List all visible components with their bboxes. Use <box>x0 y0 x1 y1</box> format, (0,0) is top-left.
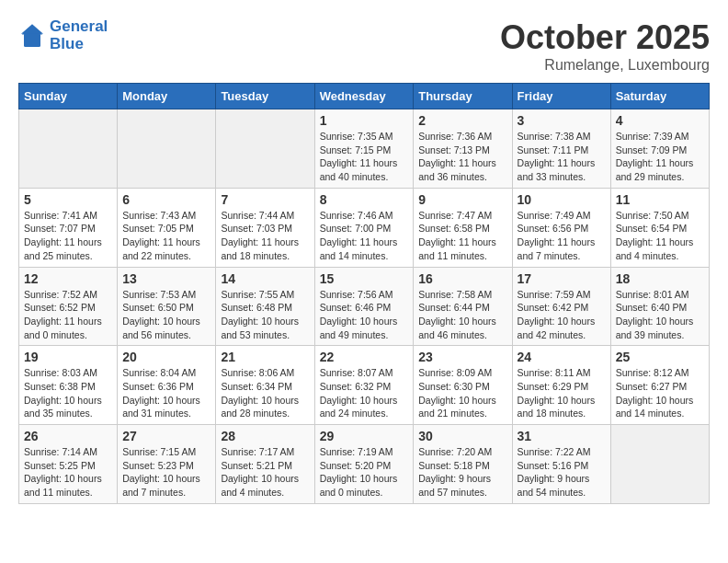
calendar-cell: 14Sunrise: 7:55 AM Sunset: 6:48 PM Dayli… <box>216 267 314 346</box>
calendar-cell: 5Sunrise: 7:41 AM Sunset: 7:07 PM Daylig… <box>19 188 118 267</box>
weekday-header: Wednesday <box>314 84 414 109</box>
calendar-cell: 25Sunrise: 8:12 AM Sunset: 6:27 PM Dayli… <box>610 346 709 425</box>
day-number: 5 <box>24 192 112 207</box>
day-info: Sunrise: 7:47 AM Sunset: 6:58 PM Dayligh… <box>418 209 506 263</box>
weekday-header: Saturday <box>610 84 709 109</box>
title-block: October 2025 Rumelange, Luxembourg <box>500 18 710 74</box>
calendar-cell <box>118 109 216 189</box>
calendar-cell: 8Sunrise: 7:46 AM Sunset: 7:00 PM Daylig… <box>314 188 414 267</box>
day-number: 16 <box>418 271 506 286</box>
calendar-cell: 27Sunrise: 7:15 AM Sunset: 5:23 PM Dayli… <box>118 425 216 504</box>
day-number: 10 <box>518 192 606 207</box>
day-number: 24 <box>518 350 606 364</box>
calendar-cell: 12Sunrise: 7:52 AM Sunset: 6:52 PM Dayli… <box>19 267 118 346</box>
calendar-cell <box>610 425 709 504</box>
calendar-week-row: 5Sunrise: 7:41 AM Sunset: 7:07 PM Daylig… <box>19 188 710 267</box>
calendar-cell: 21Sunrise: 8:06 AM Sunset: 6:34 PM Dayli… <box>216 346 314 425</box>
day-info: Sunrise: 7:52 AM Sunset: 6:52 PM Dayligh… <box>24 288 112 342</box>
day-number: 8 <box>320 192 409 207</box>
calendar-week-row: 19Sunrise: 8:03 AM Sunset: 6:38 PM Dayli… <box>19 346 710 425</box>
day-number: 30 <box>418 429 506 443</box>
calendar-title: October 2025 <box>500 18 710 57</box>
svg-rect-2 <box>24 33 40 47</box>
day-info: Sunrise: 7:55 AM Sunset: 6:48 PM Dayligh… <box>221 288 309 342</box>
day-number: 19 <box>24 350 112 364</box>
logo-icon <box>18 22 46 50</box>
calendar-cell: 13Sunrise: 7:53 AM Sunset: 6:50 PM Dayli… <box>118 267 216 346</box>
day-number: 28 <box>221 429 309 443</box>
day-info: Sunrise: 7:39 AM Sunset: 7:09 PM Dayligh… <box>616 130 704 184</box>
day-number: 14 <box>221 271 309 286</box>
calendar-cell: 15Sunrise: 7:56 AM Sunset: 6:46 PM Dayli… <box>314 267 414 346</box>
weekday-header: Monday <box>118 84 216 109</box>
calendar-header: SundayMondayTuesdayWednesdayThursdayFrid… <box>19 84 710 109</box>
calendar-cell: 17Sunrise: 7:59 AM Sunset: 6:42 PM Dayli… <box>512 267 610 346</box>
day-number: 22 <box>320 350 409 364</box>
calendar-cell: 20Sunrise: 8:04 AM Sunset: 6:36 PM Dayli… <box>118 346 216 425</box>
svg-marker-3 <box>21 24 43 34</box>
day-number: 26 <box>24 429 112 443</box>
day-info: Sunrise: 7:43 AM Sunset: 7:05 PM Dayligh… <box>122 209 210 263</box>
day-number: 12 <box>24 271 112 286</box>
calendar-cell: 3Sunrise: 7:38 AM Sunset: 7:11 PM Daylig… <box>512 109 610 189</box>
calendar-cell <box>19 109 118 189</box>
day-number: 6 <box>122 192 210 207</box>
calendar-week-row: 26Sunrise: 7:14 AM Sunset: 5:25 PM Dayli… <box>19 425 710 504</box>
calendar-cell: 28Sunrise: 7:17 AM Sunset: 5:21 PM Dayli… <box>216 425 314 504</box>
calendar-table: SundayMondayTuesdayWednesdayThursdayFrid… <box>18 83 710 504</box>
day-info: Sunrise: 7:59 AM Sunset: 6:42 PM Dayligh… <box>518 288 606 342</box>
calendar-subtitle: Rumelange, Luxembourg <box>500 57 710 74</box>
weekday-header: Tuesday <box>216 84 314 109</box>
day-info: Sunrise: 7:19 AM Sunset: 5:20 PM Dayligh… <box>320 445 409 500</box>
calendar-cell: 6Sunrise: 7:43 AM Sunset: 7:05 PM Daylig… <box>118 188 216 267</box>
calendar-cell: 1Sunrise: 7:35 AM Sunset: 7:15 PM Daylig… <box>314 109 414 189</box>
day-number: 1 <box>320 113 409 128</box>
day-info: Sunrise: 7:14 AM Sunset: 5:25 PM Dayligh… <box>24 445 112 500</box>
day-number: 15 <box>320 271 409 286</box>
calendar-body: 1Sunrise: 7:35 AM Sunset: 7:15 PM Daylig… <box>19 109 710 504</box>
day-info: Sunrise: 7:50 AM Sunset: 6:54 PM Dayligh… <box>616 209 704 263</box>
calendar-cell: 29Sunrise: 7:19 AM Sunset: 5:20 PM Dayli… <box>314 425 414 504</box>
calendar-week-row: 1Sunrise: 7:35 AM Sunset: 7:15 PM Daylig… <box>19 109 710 189</box>
weekday-header: Thursday <box>414 84 512 109</box>
logo-text: General Blue <box>50 18 108 52</box>
day-number: 3 <box>518 113 606 128</box>
day-number: 9 <box>418 192 506 207</box>
day-info: Sunrise: 7:49 AM Sunset: 6:56 PM Dayligh… <box>518 209 606 263</box>
day-info: Sunrise: 7:56 AM Sunset: 6:46 PM Dayligh… <box>320 288 409 342</box>
day-info: Sunrise: 7:15 AM Sunset: 5:23 PM Dayligh… <box>122 445 210 500</box>
day-info: Sunrise: 7:44 AM Sunset: 7:03 PM Dayligh… <box>221 209 309 263</box>
day-number: 17 <box>518 271 606 286</box>
day-number: 25 <box>616 350 704 364</box>
calendar-cell: 24Sunrise: 8:11 AM Sunset: 6:29 PM Dayli… <box>512 346 610 425</box>
day-info: Sunrise: 8:06 AM Sunset: 6:34 PM Dayligh… <box>221 366 309 420</box>
calendar-cell: 30Sunrise: 7:20 AM Sunset: 5:18 PM Dayli… <box>414 425 512 504</box>
calendar-cell: 7Sunrise: 7:44 AM Sunset: 7:03 PM Daylig… <box>216 188 314 267</box>
day-info: Sunrise: 7:36 AM Sunset: 7:13 PM Dayligh… <box>418 130 506 184</box>
calendar-cell: 23Sunrise: 8:09 AM Sunset: 6:30 PM Dayli… <box>414 346 512 425</box>
weekday-header: Friday <box>512 84 610 109</box>
day-info: Sunrise: 8:01 AM Sunset: 6:40 PM Dayligh… <box>616 288 704 342</box>
calendar-cell: 4Sunrise: 7:39 AM Sunset: 7:09 PM Daylig… <box>610 109 709 189</box>
calendar-cell <box>216 109 314 189</box>
day-info: Sunrise: 8:12 AM Sunset: 6:27 PM Dayligh… <box>616 366 704 420</box>
calendar-week-row: 12Sunrise: 7:52 AM Sunset: 6:52 PM Dayli… <box>19 267 710 346</box>
day-info: Sunrise: 7:58 AM Sunset: 6:44 PM Dayligh… <box>418 288 506 342</box>
day-number: 4 <box>616 113 704 128</box>
day-info: Sunrise: 7:46 AM Sunset: 7:00 PM Dayligh… <box>320 209 409 263</box>
page-header: General Blue October 2025 Rumelange, Lux… <box>18 18 710 74</box>
calendar-cell: 18Sunrise: 8:01 AM Sunset: 6:40 PM Dayli… <box>610 267 709 346</box>
calendar-cell: 16Sunrise: 7:58 AM Sunset: 6:44 PM Dayli… <box>414 267 512 346</box>
day-info: Sunrise: 7:35 AM Sunset: 7:15 PM Dayligh… <box>320 130 409 184</box>
day-info: Sunrise: 8:09 AM Sunset: 6:30 PM Dayligh… <box>418 366 506 420</box>
day-info: Sunrise: 7:22 AM Sunset: 5:16 PM Dayligh… <box>518 445 606 500</box>
day-info: Sunrise: 8:04 AM Sunset: 6:36 PM Dayligh… <box>122 366 210 420</box>
day-info: Sunrise: 7:41 AM Sunset: 7:07 PM Dayligh… <box>24 209 112 263</box>
day-number: 21 <box>221 350 309 364</box>
day-number: 2 <box>418 113 506 128</box>
calendar-cell: 31Sunrise: 7:22 AM Sunset: 5:16 PM Dayli… <box>512 425 610 504</box>
calendar-cell: 11Sunrise: 7:50 AM Sunset: 6:54 PM Dayli… <box>610 188 709 267</box>
day-number: 13 <box>122 271 210 286</box>
day-info: Sunrise: 7:53 AM Sunset: 6:50 PM Dayligh… <box>122 288 210 342</box>
day-number: 29 <box>320 429 409 443</box>
